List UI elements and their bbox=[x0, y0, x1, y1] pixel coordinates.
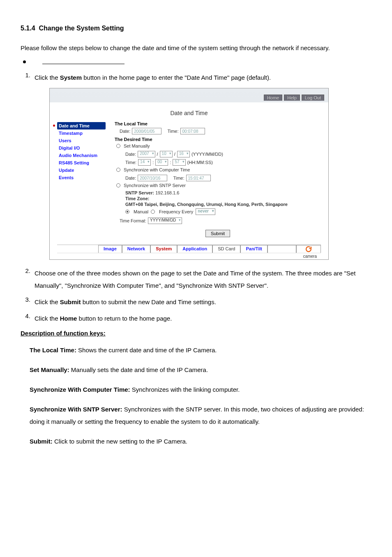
step-3: 3.Click the Submit button to submit the … bbox=[21, 296, 371, 308]
section-intro: Please follow the steps below to change … bbox=[21, 42, 371, 54]
sntp-manual-label: Manual bbox=[134, 209, 148, 214]
bullet-icon bbox=[23, 60, 26, 63]
logout-button[interactable]: Log Out bbox=[302, 95, 324, 101]
sync-computer-label: Synchronize with Computer Time bbox=[124, 167, 190, 172]
radio-sync-sntp[interactable] bbox=[116, 183, 120, 187]
manual-year-select[interactable]: 2007 bbox=[138, 151, 155, 157]
bullet-underline bbox=[23, 59, 371, 64]
desc-sync-sntp: Synchronize With SNTP Server: Synchroniz… bbox=[30, 403, 371, 428]
local-date-value: 2000/01/05 bbox=[132, 128, 161, 134]
time-format-label: Time Format: bbox=[120, 218, 146, 223]
home-button[interactable]: Home bbox=[264, 95, 282, 101]
manual-time-hint: (HH:MM:SS) bbox=[187, 160, 213, 165]
manual-date-label: Date: bbox=[125, 152, 136, 157]
radio-set-manually[interactable] bbox=[116, 144, 120, 148]
tab-pan-tilt[interactable]: Pan/Tilt bbox=[240, 245, 267, 253]
function-keys-heading: Description of function keys: bbox=[21, 330, 371, 337]
radio-sntp-manual[interactable] bbox=[125, 210, 129, 214]
tab-image[interactable]: Image bbox=[98, 245, 122, 253]
nav-users[interactable]: Users bbox=[57, 137, 106, 144]
sntp-frequency-select[interactable]: never bbox=[196, 208, 215, 215]
desc-set-manually: Set Manually: Manually sets the date and… bbox=[30, 364, 371, 376]
sync-sntp-label: Synchronize with SNTP Server bbox=[124, 183, 186, 188]
sntp-frequency-label: Frequency Every bbox=[159, 209, 193, 214]
help-button[interactable]: Help bbox=[284, 95, 300, 101]
tab-network[interactable]: Network bbox=[122, 245, 150, 253]
tab-system[interactable]: System bbox=[150, 245, 177, 253]
radio-sntp-frequency[interactable] bbox=[151, 210, 155, 214]
footer-camera-label: camera bbox=[57, 253, 321, 259]
manual-minute-select[interactable]: 00 bbox=[155, 159, 168, 166]
computer-date-value: 2007/10/16 bbox=[138, 175, 167, 181]
tab-sd-card[interactable]: SD Card bbox=[212, 245, 240, 253]
desc-local-time: The Local Time: Shows the current date a… bbox=[30, 344, 371, 356]
computer-time-value: 15:01:47 bbox=[186, 175, 211, 181]
tab-application[interactable]: Application bbox=[177, 245, 212, 253]
reload-icon[interactable] bbox=[296, 245, 321, 253]
manual-second-select[interactable]: 57 bbox=[173, 159, 185, 166]
time-format-select[interactable]: YYYY/MM/DD bbox=[148, 217, 182, 224]
nav-digital-io[interactable]: Digital I/O bbox=[57, 144, 106, 152]
nav-audio-mechanism[interactable]: Audio Mechanism bbox=[57, 152, 106, 159]
computer-date-label: Date: bbox=[125, 176, 136, 180]
nav-update[interactable]: Update bbox=[57, 166, 106, 174]
embedded-screenshot: Home Help Log Out Date and Time Date and… bbox=[49, 88, 329, 260]
timezone-label: Time Zone: bbox=[125, 196, 321, 201]
local-time-heading: The Local Time bbox=[115, 121, 321, 126]
manual-day-select[interactable]: 16 bbox=[177, 151, 190, 157]
manual-date-hint: (YYYY/MM/DD) bbox=[191, 152, 223, 157]
manual-hour-select[interactable]: 14 bbox=[138, 159, 151, 166]
nav-events[interactable]: Events bbox=[57, 174, 106, 181]
manual-month-select[interactable]: 10 bbox=[160, 151, 173, 157]
computer-time-label: Time: bbox=[173, 176, 184, 180]
step-2: 2.Choose one of the three modes shown on… bbox=[21, 267, 371, 292]
nav-timestamp[interactable]: Timestamp bbox=[57, 129, 106, 137]
local-date-label: Date: bbox=[120, 129, 130, 134]
submit-button[interactable]: Submit bbox=[205, 230, 230, 237]
timezone-value: GMT+08 Taipei, Beijing, Chongquing, Urum… bbox=[125, 202, 321, 207]
section-heading: 5.1.4 Change the System Setting bbox=[21, 25, 371, 32]
desired-time-heading: The Desired Time bbox=[115, 137, 321, 142]
sntp-server-row: SNTP Server: 192.168.1.6 bbox=[125, 190, 321, 195]
step-1: 1. Click the System button in the home p… bbox=[21, 72, 371, 84]
nav-rs485-setting[interactable]: RS485 Setting bbox=[57, 159, 106, 166]
desc-sync-computer: Synchronize With Computer Time: Synchron… bbox=[30, 384, 371, 396]
nav-date-and-time[interactable]: Date and Time bbox=[57, 122, 106, 129]
radio-sync-computer[interactable] bbox=[116, 168, 120, 172]
set-manually-label: Set Manually bbox=[124, 143, 150, 148]
page-title: Date and Time bbox=[57, 110, 321, 116]
desc-submit: Submit: Click to submit the new setting … bbox=[30, 435, 371, 448]
local-time-label: Time: bbox=[167, 129, 178, 134]
manual-time-label: Time: bbox=[125, 160, 136, 165]
local-time-value: 00:07:08 bbox=[180, 128, 205, 134]
step-4: 4.Click the Home button to return to the… bbox=[21, 312, 371, 325]
